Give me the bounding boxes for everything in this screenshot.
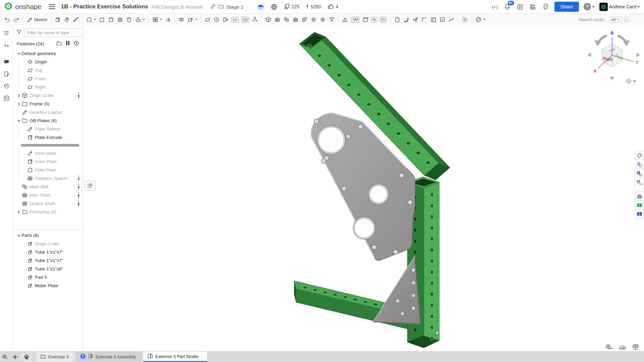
new-folder-icon[interactable]	[56, 41, 62, 47]
variable-tool-button[interactable]: (x)	[230, 16, 240, 23]
shell-tool-button[interactable]	[106, 15, 115, 24]
drag-handle-icon[interactable]	[78, 175, 80, 182]
featurescript-check-button[interactable]: {✓}	[491, 3, 499, 11]
gusset-plate-part[interactable]	[373, 256, 420, 324]
rollback-bar[interactable]	[21, 144, 79, 147]
history-button[interactable]	[1, 81, 11, 91]
public-globe-icon[interactable]	[271, 4, 277, 10]
standard-content-panel-button[interactable]	[635, 201, 644, 210]
3d-model[interactable]	[83, 25, 644, 352]
bend-tool-button[interactable]	[402, 15, 411, 24]
likes-stat[interactable]: 4	[328, 3, 338, 10]
appearance-panel-button[interactable]	[635, 151, 644, 160]
tree-row-motor-plate[interactable]: Motor Plate	[13, 281, 83, 290]
graphics-area[interactable]: Right Top Back Z Y X (x)	[83, 25, 644, 352]
sweep-tool-button[interactable]	[71, 15, 80, 24]
origin-marker[interactable]	[436, 331, 439, 334]
mass-properties-button[interactable]	[632, 344, 639, 350]
tree-row-gearbox-spacer[interactable]: Gearbox Spacer	[13, 174, 83, 183]
plane-tool-button[interactable]	[203, 15, 212, 24]
tree-row-part-5[interactable]: Part 5	[13, 273, 83, 281]
caret-right-icon[interactable]	[16, 102, 21, 106]
tree-row-origin-cube[interactable]: Origin Cube	[13, 240, 83, 248]
tree-row-top[interactable]: Top	[13, 66, 83, 74]
tree-row-main-belt[interactable]: Main Belt	[13, 183, 83, 191]
tab-exercise-3-part-studio[interactable]: Exercise 3 Part Studio	[143, 352, 207, 362]
sheet-metal-tool-button[interactable]	[341, 15, 350, 24]
notifications-button[interactable]: 9+	[503, 3, 511, 11]
undo-tool-button[interactable]	[3, 15, 12, 24]
documentation-panel-button[interactable]	[635, 210, 644, 219]
education-badge[interactable]	[257, 4, 264, 10]
lookup-tool-button[interactable]: (Q)	[240, 16, 251, 23]
workspace-row[interactable]: Stage 1	[210, 3, 244, 10]
tree-row-tube-1-x1-x8[interactable]: Tube 1"x1"x8"	[13, 265, 83, 273]
draft-tool-button[interactable]	[134, 15, 146, 24]
caret-right-icon[interactable]	[16, 210, 21, 214]
caret-right-icon[interactable]	[16, 94, 21, 97]
tree-row-plate-sketch[interactable]: Plate Sketch	[13, 125, 83, 133]
tree-row-pocketing-4[interactable]: Pocketing (4)	[13, 208, 83, 216]
tree-row-default-geometry[interactable]: Default geometry	[13, 49, 83, 58]
configured-features-panel-button[interactable]	[635, 169, 644, 178]
mirror-tool-button[interactable]	[163, 15, 172, 24]
rollback-end-icon[interactable]	[73, 40, 79, 47]
comments-button[interactable]	[1, 57, 11, 67]
tree-row-front[interactable]: Front	[13, 74, 83, 83]
rotate-right-arrow[interactable]	[637, 53, 640, 57]
document-notes-button[interactable]	[1, 69, 11, 79]
drag-handle-icon[interactable]	[78, 92, 80, 99]
design-studio-tool-button[interactable]: Ds	[379, 16, 388, 23]
view-cube[interactable]: Right Top Back Z Y X	[587, 29, 641, 83]
tree-row-tube-1-x1-x7[interactable]: Tube 1"x1"x7"	[13, 248, 83, 256]
explode-lines-tool-button[interactable]	[250, 15, 259, 24]
caret-down-icon[interactable]	[16, 52, 21, 55]
rotate-down-arrow[interactable]	[610, 77, 614, 80]
tree-row-fillet-plate[interactable]: Fillet Plate	[13, 166, 83, 174]
rib-tool-button[interactable]	[125, 15, 134, 24]
extrude-tool-button[interactable]	[53, 15, 62, 24]
feature-list-button[interactable]	[1, 28, 11, 38]
rotate-left-arrow[interactable]	[588, 53, 591, 57]
send-part-tool-button[interactable]	[411, 15, 420, 24]
share-button[interactable]: Share	[554, 2, 579, 12]
paper-sketch-tool-button[interactable]	[393, 15, 402, 24]
revolve-tool-button[interactable]	[62, 15, 71, 24]
shaded-pattern-tool-button[interactable]	[300, 15, 309, 24]
references-stat[interactable]: 5280	[306, 3, 321, 10]
search-tools[interactable]: Search tools... alt/⌥ c	[579, 17, 629, 22]
tree-row-parts-6[interactable]: Parts (6)	[13, 231, 83, 240]
caret-down-icon[interactable]	[16, 234, 21, 237]
protractor-button[interactable]	[618, 344, 627, 350]
document-title[interactable]: 1B - Practice Exercise Solutions	[61, 3, 148, 10]
primitive-tool-button[interactable]	[264, 15, 273, 24]
derived-tool-button[interactable]	[221, 15, 230, 24]
onshape-logo[interactable]: onshape	[4, 2, 41, 12]
tree-row-plate-extrude[interactable]: Plate Extrude	[13, 133, 83, 142]
learning-center-button[interactable]	[542, 3, 550, 11]
tree-row-inner-plate[interactable]: Inner plate	[13, 149, 83, 157]
new-tab-button[interactable]	[10, 352, 20, 362]
user-menu-button[interactable]: Andrew Card	[599, 3, 640, 11]
ai-helper-tool-button[interactable]: Ai	[370, 16, 379, 23]
validate-doc-tool-button[interactable]	[438, 15, 447, 24]
feature-list-popout-button[interactable]	[85, 181, 95, 191]
sheet-panel-tool-button[interactable]	[361, 15, 370, 24]
frame-profile-tool-button[interactable]	[429, 15, 438, 24]
suppress-pause-icon[interactable]	[66, 41, 70, 47]
help-menu-button[interactable]: ?	[584, 3, 595, 10]
measure-button[interactable]	[605, 344, 613, 350]
tab-exercise-3-assembly[interactable]: Exercise 3 Assembly	[76, 352, 143, 362]
sprocket-tool-button[interactable]	[309, 15, 318, 24]
corner-tool-tool-button[interactable]	[420, 15, 429, 24]
tab-search-button[interactable]	[0, 352, 10, 362]
tree-row-gb-plates-6[interactable]: GB Plates (6)	[13, 116, 83, 125]
view-options-button[interactable]	[626, 78, 636, 84]
filter-input[interactable]	[24, 28, 83, 37]
insert-item-button[interactable]	[1, 40, 11, 50]
sketch-tool-button[interactable]: Sketch	[25, 15, 49, 24]
tree-row-origin-cube[interactable]: Origin Cube	[13, 91, 83, 100]
boolean-tool-button[interactable]	[177, 15, 186, 24]
custom-features-panel-button[interactable]	[635, 192, 644, 201]
tree-row-right[interactable]: Right	[13, 83, 83, 91]
